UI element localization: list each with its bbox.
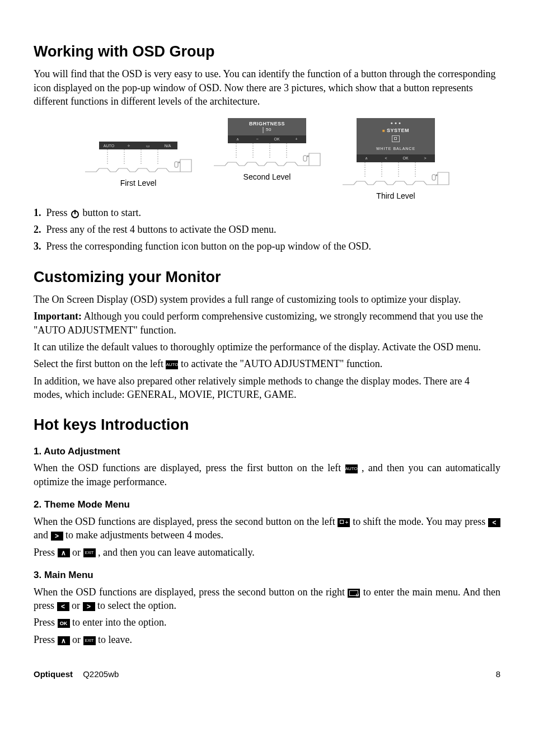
page-footer: Optiquest Q2205wb 8 [34,669,500,680]
customizing-important: Important: Although you could perform co… [34,309,500,337]
heading-working: Working with OSD Group [34,41,500,62]
diagram-label-third: Third Level [376,191,415,201]
left-arrow-icon: < [57,602,69,611]
hotkey-main-line1: When the OSD functions are displayed, pr… [34,585,500,613]
step-2: 2. Press any of the rest 4 buttons to ac… [34,223,500,236]
hotkey-auto: When the OSD functions are displayed, pr… [34,461,500,489]
step-3: 3. Press the corresponding function icon… [34,240,500,253]
exit-icon: EXIT [83,636,96,645]
menu-icon [348,589,360,598]
footer-brand: Optiquest [34,669,73,679]
hotkey-h2: 2. Theme Mode Menu [34,499,500,511]
svg-point-17 [436,174,438,176]
osd-popup-brightness: BRIGHTNESS 50 [228,118,306,135]
working-intro: You will find that the OSD is very easy … [34,67,500,108]
hotkey-h1: 1. Auto Adjustment [34,445,500,458]
monitor-edge-icon [211,143,323,168]
svg-point-5 [179,162,180,163]
auto-icon: AUTO [345,464,358,473]
hotkey-main-line2: Press OK to enter into the option. [34,616,500,629]
right-arrow-icon: > [51,532,63,541]
osd-diagrams: AUTO ✧ ▭ N/A First Level BRIGHTNESS 50 [34,118,500,201]
customizing-p4: Select the first button on the left AUTO… [34,357,500,370]
monitor-edge-icon [82,149,194,175]
monitor-edge-icon [340,162,452,187]
up-arrow-icon: ∧ [58,636,70,645]
step-1: 1. Press button to start. [34,206,500,219]
hotkey-theme-line1: When the OSD functions are displayed, pr… [34,515,500,542]
left-arrow-icon: < [488,518,500,527]
diagram-label-second: Second Level [243,172,291,182]
right-arrow-icon: > [83,602,95,611]
heading-hotkeys: Hot keys Introduction [34,415,500,435]
power-icon [70,209,80,219]
svg-rect-4 [175,162,178,167]
hotkey-h3: 3. Main Menu [34,569,500,582]
svg-rect-10 [303,156,307,161]
osd-popup-system: ● ● ● ■ SYSTEM WHITE BALANCE [357,118,435,154]
customizing-p1: The On Screen Display (OSD) system provi… [34,293,500,306]
diagram-label-first: First Level [120,178,157,189]
svg-point-11 [307,155,309,157]
customizing-p5: In addition, we have also prepared other… [34,374,500,402]
theme-icon [338,518,350,527]
diagram-first-level: AUTO ✧ ▭ N/A First Level [82,118,194,201]
exit-icon: EXIT [83,548,96,557]
footer-page: 8 [496,669,500,680]
hotkey-theme-line2: Press ∧ or EXIT , and then you can leave… [34,546,500,559]
hotkey-main-line3: Press ∧ or EXIT to leave. [34,633,500,646]
customizing-p3: It can utilize the default values to tho… [34,340,500,354]
diagram-second-level: BRIGHTNESS 50 ∧ − OK + Second Level [211,118,323,201]
ok-icon: OK [58,619,70,628]
up-arrow-icon: ∧ [58,548,70,557]
auto-icon: AUTO [166,360,178,369]
footer-model: Q2205wb [83,669,119,679]
diagram-third-level: ● ● ● ■ SYSTEM WHITE BALANCE ∧ < OK > Th… [340,118,452,201]
button-strip-third: ∧ < OK > [357,154,435,162]
button-strip-second: ∧ − OK + [228,135,306,143]
svg-rect-16 [432,175,435,180]
heading-customizing: Customizing your Monitor [34,267,500,287]
button-strip-first: AUTO ✧ ▭ N/A [99,142,177,149]
